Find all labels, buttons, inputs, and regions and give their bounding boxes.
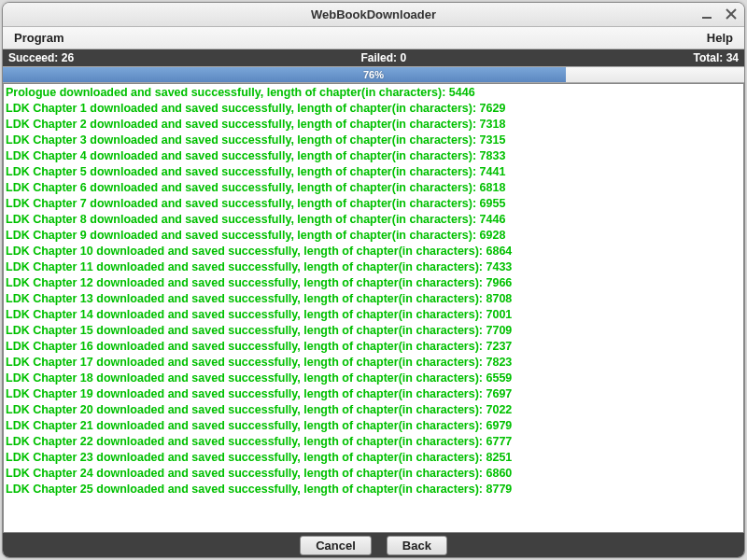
- log-line: LDK Chapter 1 downloaded and saved succe…: [6, 101, 741, 117]
- log-line: LDK Chapter 21 downloaded and saved succ…: [6, 418, 741, 434]
- menu-program[interactable]: Program: [10, 29, 67, 47]
- log-line: LDK Chapter 23 downloaded and saved succ…: [6, 450, 741, 466]
- menubar: Program Help: [3, 27, 744, 49]
- bottom-bar: Cancel Back: [3, 533, 744, 557]
- status-succeed: Succeed: 26: [8, 51, 74, 64]
- log-line: LDK Chapter 6 downloaded and saved succe…: [6, 180, 741, 196]
- log-line: LDK Chapter 12 downloaded and saved succ…: [6, 275, 741, 291]
- log-line: LDK Chapter 5 downloaded and saved succe…: [6, 164, 741, 180]
- log-line: LDK Chapter 2 downloaded and saved succe…: [6, 117, 741, 133]
- log-line: LDK Chapter 25 downloaded and saved succ…: [6, 482, 741, 497]
- progress-bar: 76%: [3, 66, 744, 83]
- window-title: WebBookDownloader: [311, 7, 436, 21]
- minimize-button[interactable]: [699, 7, 714, 21]
- log-line: LDK Chapter 8 downloaded and saved succe…: [6, 212, 741, 228]
- progress-label: 76%: [3, 67, 744, 82]
- log-line: LDK Chapter 9 downloaded and saved succe…: [6, 228, 741, 244]
- log-line: LDK Chapter 19 downloaded and saved succ…: [6, 386, 741, 402]
- log-line: LDK Chapter 3 downloaded and saved succe…: [6, 133, 741, 148]
- cancel-button[interactable]: Cancel: [300, 536, 372, 555]
- log-line: LDK Chapter 18 downloaded and saved succ…: [6, 371, 741, 386]
- log-line: LDK Chapter 20 downloaded and saved succ…: [6, 402, 741, 418]
- status-bar: Succeed: 26 Failed: 0 Total: 34: [3, 49, 744, 66]
- log-line: LDK Chapter 13 downloaded and saved succ…: [6, 291, 741, 307]
- app-window: WebBookDownloader Program Help Succeed: …: [2, 2, 745, 558]
- log-line: LDK Chapter 10 downloaded and saved succ…: [6, 244, 741, 259]
- log-line: LDK Chapter 17 downloaded and saved succ…: [6, 355, 741, 371]
- back-button[interactable]: Back: [387, 536, 447, 555]
- status-total: Total: 34: [694, 51, 739, 64]
- close-icon: [726, 8, 737, 20]
- log-line: LDK Chapter 24 downloaded and saved succ…: [6, 466, 741, 482]
- log-output[interactable]: Prologue downloaded and saved successful…: [3, 83, 744, 533]
- log-line: LDK Chapter 4 downloaded and saved succe…: [6, 148, 741, 164]
- svg-rect-0: [702, 17, 712, 19]
- menu-help[interactable]: Help: [703, 29, 737, 47]
- titlebar: WebBookDownloader: [3, 3, 744, 27]
- log-line: LDK Chapter 16 downloaded and saved succ…: [6, 339, 741, 355]
- close-button[interactable]: [724, 7, 739, 21]
- status-failed: Failed: 0: [360, 51, 406, 64]
- log-line: Prologue downloaded and saved successful…: [6, 85, 741, 101]
- log-line: LDK Chapter 7 downloaded and saved succe…: [6, 196, 741, 212]
- log-line: LDK Chapter 15 downloaded and saved succ…: [6, 323, 741, 339]
- log-line: LDK Chapter 11 downloaded and saved succ…: [6, 259, 741, 275]
- minimize-icon: [701, 8, 712, 20]
- log-line: LDK Chapter 22 downloaded and saved succ…: [6, 434, 741, 450]
- window-controls: [699, 7, 739, 21]
- log-line: LDK Chapter 14 downloaded and saved succ…: [6, 307, 741, 323]
